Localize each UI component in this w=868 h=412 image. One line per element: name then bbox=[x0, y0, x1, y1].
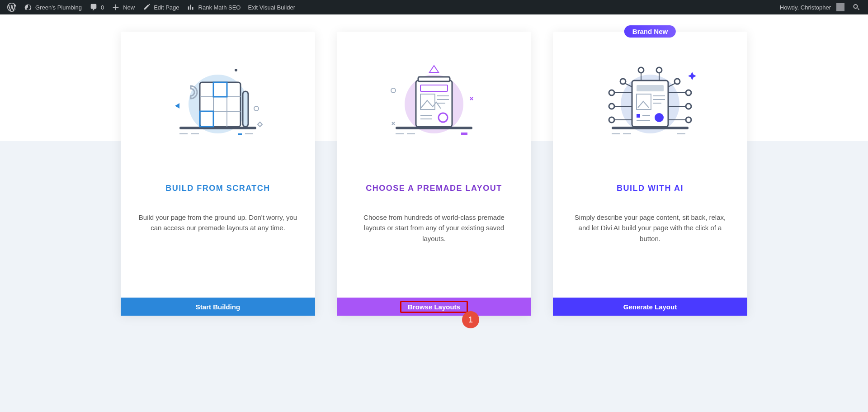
svg-marker-29 bbox=[429, 66, 439, 72]
search-menu[interactable] bbox=[848, 0, 864, 14]
svg-point-53 bbox=[686, 117, 691, 123]
scratch-body: BUILD FROM SCRATCH Build your page from … bbox=[121, 158, 315, 298]
wp-logo-menu[interactable] bbox=[4, 0, 20, 14]
scratch-title: BUILD FROM SCRATCH bbox=[138, 184, 298, 193]
cards-container: BUILD FROM SCRATCH Build your page from … bbox=[121, 32, 747, 412]
plus-icon bbox=[111, 3, 120, 12]
svg-point-48 bbox=[609, 90, 614, 95]
svg-rect-66 bbox=[612, 133, 620, 134]
svg-point-51 bbox=[686, 90, 691, 95]
browse-layouts-label: Browse Layouts bbox=[408, 303, 460, 311]
browse-layouts-highlight: Browse Layouts bbox=[400, 301, 468, 313]
rankmath-menu[interactable]: Rank Math SEO bbox=[183, 0, 245, 14]
rankmath-label: Rank Math SEO bbox=[198, 4, 241, 11]
svg-point-46 bbox=[638, 67, 644, 73]
svg-rect-9 bbox=[243, 91, 248, 127]
greeting-label: Howdy, Christopher bbox=[780, 4, 831, 11]
edit-page-label: Edit Page bbox=[154, 4, 179, 11]
scratch-desc: Build your page from the ground up. Don'… bbox=[138, 212, 298, 233]
admin-bar-left: Green's Plumbing 0 New Edit Page Rank Ma… bbox=[4, 0, 299, 14]
premade-body: CHOOSE A PREMADE LAYOUT Choose from hund… bbox=[337, 158, 531, 298]
svg-point-11 bbox=[254, 106, 259, 111]
ai-desc: Simply describe your page content, sit b… bbox=[570, 212, 730, 244]
svg-rect-13 bbox=[179, 133, 188, 134]
svg-point-47 bbox=[656, 67, 662, 73]
svg-rect-2 bbox=[200, 82, 241, 127]
card-premade-layout: CHOOSE A PREMADE LAYOUT Choose from hund… bbox=[337, 32, 531, 316]
new-label: New bbox=[123, 4, 135, 11]
site-name-label: Green's Plumbing bbox=[35, 4, 82, 11]
card-build-from-scratch: BUILD FROM SCRATCH Build your page from … bbox=[121, 32, 315, 316]
generate-layout-label: Generate Layout bbox=[623, 303, 677, 311]
premade-desc: Choose from hundreds of world-class prem… bbox=[354, 212, 514, 244]
svg-rect-33 bbox=[461, 133, 467, 135]
svg-rect-32 bbox=[407, 133, 415, 134]
pencil-icon bbox=[142, 3, 151, 12]
card-build-with-ai: Brand New bbox=[553, 32, 747, 316]
comment-icon bbox=[89, 3, 98, 12]
ai-illustration bbox=[553, 32, 747, 158]
svg-rect-43 bbox=[637, 114, 640, 118]
svg-point-52 bbox=[686, 104, 691, 109]
svg-point-12 bbox=[235, 69, 237, 71]
brand-new-badge: Brand New bbox=[624, 25, 676, 38]
svg-rect-37 bbox=[637, 85, 664, 91]
comments-menu[interactable]: 0 bbox=[85, 0, 108, 14]
new-content-menu[interactable]: New bbox=[108, 0, 138, 14]
annotation-marker-1: 1 bbox=[462, 311, 479, 328]
start-building-button[interactable]: Start Building bbox=[121, 298, 315, 316]
svg-rect-16 bbox=[245, 133, 253, 134]
edit-page-menu[interactable]: Edit Page bbox=[138, 0, 183, 14]
site-name-menu[interactable]: Green's Plumbing bbox=[20, 0, 85, 14]
wp-admin-bar: Green's Plumbing 0 New Edit Page Rank Ma… bbox=[0, 0, 868, 14]
svg-rect-31 bbox=[396, 133, 404, 134]
comment-count: 0 bbox=[101, 4, 104, 11]
start-building-label: Start Building bbox=[196, 303, 240, 311]
exit-builder-menu[interactable]: Exit Visual Builder bbox=[244, 0, 299, 14]
avatar bbox=[836, 3, 844, 11]
svg-marker-10 bbox=[175, 103, 179, 109]
svg-rect-67 bbox=[623, 133, 631, 134]
svg-point-42 bbox=[655, 113, 664, 122]
chart-icon bbox=[187, 3, 196, 12]
dashboard-icon bbox=[24, 3, 33, 12]
svg-rect-68 bbox=[677, 133, 685, 134]
search-icon bbox=[852, 3, 861, 12]
ai-title: BUILD WITH AI bbox=[570, 184, 730, 193]
main-content: BUILD FROM SCRATCH Build your page from … bbox=[0, 14, 868, 412]
wordpress-icon bbox=[7, 3, 16, 12]
exit-builder-label: Exit Visual Builder bbox=[248, 4, 295, 11]
browse-layouts-button[interactable]: Browse Layouts 1 bbox=[337, 298, 531, 316]
scratch-illustration bbox=[121, 32, 315, 158]
svg-rect-14 bbox=[191, 133, 199, 134]
premade-title: CHOOSE A PREMADE LAYOUT bbox=[354, 184, 514, 193]
premade-illustration bbox=[337, 32, 531, 158]
generate-layout-button[interactable]: Generate Layout bbox=[553, 298, 747, 316]
svg-rect-20 bbox=[418, 77, 450, 81]
admin-bar-right: Howdy, Christopher bbox=[776, 0, 864, 14]
ai-body: BUILD WITH AI Simply describe your page … bbox=[553, 158, 747, 298]
user-greeting-menu[interactable]: Howdy, Christopher bbox=[776, 0, 848, 14]
svg-point-49 bbox=[609, 104, 614, 109]
svg-rect-15 bbox=[238, 133, 242, 135]
svg-point-50 bbox=[609, 117, 614, 123]
svg-point-30 bbox=[391, 88, 396, 93]
